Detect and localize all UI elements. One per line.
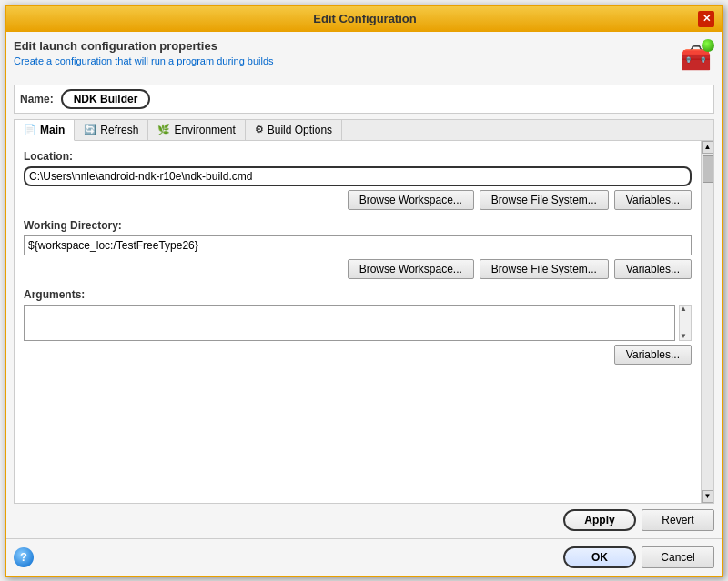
tab-build-options-label: Build Options <box>268 124 332 136</box>
apply-revert-row: Apply Revert <box>14 504 714 531</box>
main-scroll-track <box>702 154 713 490</box>
arguments-label: Arguments: <box>24 288 692 301</box>
location-label: Location: <box>24 150 692 163</box>
close-button[interactable]: ✕ <box>698 11 714 27</box>
name-label: Name: <box>20 93 54 105</box>
name-row: Name: NDK Builder <box>14 85 714 114</box>
tab-refresh-label: Refresh <box>100 124 138 136</box>
help-icon[interactable]: ? <box>14 547 34 567</box>
location-buttons: Browse Workspace... Browse File System..… <box>24 190 692 210</box>
apply-button[interactable]: Apply <box>563 509 636 531</box>
wd-variables-button[interactable]: Variables... <box>614 259 692 279</box>
build-tab-icon: ⚙ <box>255 124 264 135</box>
location-input-row <box>24 166 692 186</box>
location-input[interactable] <box>24 166 692 186</box>
env-tab-icon: 🌿 <box>157 124 170 135</box>
main-scroll-up[interactable]: ▲ <box>702 141 714 154</box>
arguments-input-wrapper: ▲ ▼ <box>24 305 692 341</box>
location-browse-workspace-button[interactable]: Browse Workspace... <box>348 190 474 210</box>
main-scrollbar[interactable]: ▲ ▼ <box>701 141 713 503</box>
location-browse-filesystem-button[interactable]: Browse File System... <box>480 190 609 210</box>
main-scroll-thumb[interactable] <box>703 155 713 183</box>
tab-content-scroll: Location: Browse Workspace... Browse Fil… <box>15 141 713 503</box>
revert-button[interactable]: Revert <box>642 509 714 531</box>
dialog-title: Edit Configuration <box>32 12 698 25</box>
cancel-button[interactable]: Cancel <box>642 546 714 568</box>
wd-browse-workspace-button[interactable]: Browse Workspace... <box>348 259 474 279</box>
main-tab-icon: 📄 <box>24 124 36 135</box>
arguments-buttons: Variables... <box>24 345 692 365</box>
ok-cancel-buttons: OK Cancel <box>563 546 714 568</box>
dialog-body: Edit launch configuration properties Cre… <box>6 32 722 538</box>
green-indicator <box>702 39 714 52</box>
arguments-variables-button[interactable]: Variables... <box>614 345 692 365</box>
working-directory-group: Working Directory: Browse Workspace... B… <box>24 219 692 279</box>
location-group: Location: Browse Workspace... Browse Fil… <box>24 150 692 210</box>
refresh-tab-icon: 🔄 <box>84 124 96 135</box>
bottom-bar: ? OK Cancel <box>6 538 722 576</box>
header-icon-area: 🧰 <box>676 39 714 77</box>
location-variables-button[interactable]: Variables... <box>614 190 692 210</box>
arguments-scrollbar[interactable]: ▲ ▼ <box>679 305 692 341</box>
tab-main[interactable]: 📄 Main <box>15 120 75 141</box>
arguments-group: Arguments: ▲ ▼ Variables... <box>24 288 692 365</box>
name-value: NDK Builder <box>61 89 151 109</box>
arguments-input[interactable] <box>24 305 675 341</box>
tab-environment[interactable]: 🌿 Environment <box>148 120 245 140</box>
tab-refresh[interactable]: 🔄 Refresh <box>75 120 148 140</box>
working-directory-input-row <box>24 235 692 255</box>
tab-content: Location: Browse Workspace... Browse Fil… <box>15 141 701 503</box>
scroll-down-arrow[interactable]: ▼ <box>680 333 691 340</box>
working-directory-label: Working Directory: <box>24 219 692 232</box>
tab-bar: 📄 Main 🔄 Refresh 🌿 Environment ⚙ Build O… <box>15 120 713 141</box>
working-directory-buttons: Browse Workspace... Browse File System..… <box>24 259 692 279</box>
wd-browse-filesystem-button[interactable]: Browse File System... <box>480 259 609 279</box>
edit-configuration-dialog: Edit Configuration ✕ Edit launch configu… <box>5 5 723 577</box>
header-text: Edit launch configuration properties Cre… <box>14 39 676 66</box>
tab-build-options[interactable]: ⚙ Build Options <box>246 120 342 140</box>
title-bar: Edit Configuration ✕ <box>6 6 722 32</box>
ok-button[interactable]: OK <box>563 546 636 568</box>
scroll-track <box>680 313 691 333</box>
scroll-up-arrow[interactable]: ▲ <box>680 306 691 313</box>
tab-environment-label: Environment <box>174 124 235 136</box>
main-scroll-down[interactable]: ▼ <box>702 490 714 503</box>
tab-main-label: Main <box>40 124 65 136</box>
working-directory-input[interactable] <box>24 235 692 255</box>
header-subtitle: Create a configuration that will run a p… <box>14 55 676 66</box>
header-section: Edit launch configuration properties Cre… <box>14 39 714 77</box>
header-title: Edit launch configuration properties <box>14 39 676 53</box>
tabs-container: 📄 Main 🔄 Refresh 🌿 Environment ⚙ Build O… <box>14 119 714 504</box>
